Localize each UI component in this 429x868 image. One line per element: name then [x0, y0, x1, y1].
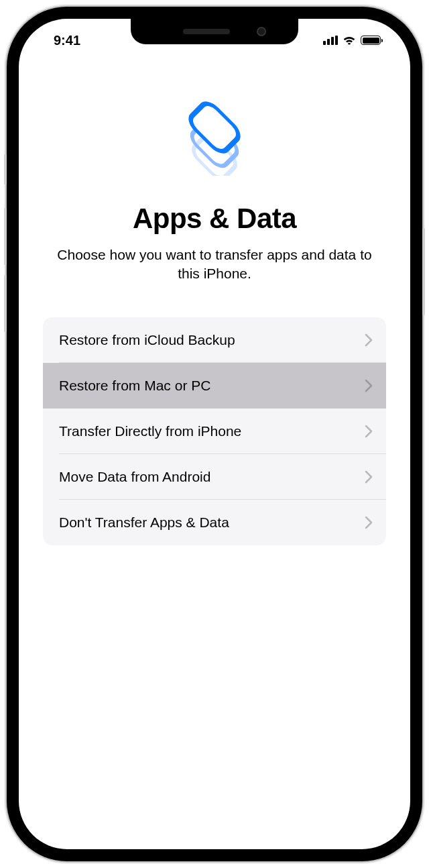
option-label: Move Data from Android [59, 469, 210, 485]
chevron-right-icon [365, 516, 373, 529]
wifi-icon [343, 36, 356, 45]
mute-switch [4, 154, 7, 184]
page-subtitle: Choose how you want to transfer apps and… [43, 246, 386, 284]
option-label: Restore from Mac or PC [59, 378, 210, 394]
front-camera [257, 27, 266, 36]
main-content: Apps & Data Choose how you want to trans… [19, 55, 410, 545]
chevron-right-icon [365, 379, 373, 392]
option-transfer-iphone[interactable]: Transfer Directly from iPhone [43, 409, 386, 454]
option-dont-transfer[interactable]: Don't Transfer Apps & Data [43, 500, 386, 545]
option-label: Restore from iCloud Backup [59, 332, 235, 348]
option-restore-mac-pc[interactable]: Restore from Mac or PC [43, 363, 386, 409]
apps-data-stack-icon [174, 95, 255, 176]
notch [131, 19, 298, 44]
speaker-grille [183, 29, 230, 34]
power-button [422, 228, 425, 315]
transfer-options-list: Restore from iCloud Backup Restore from … [43, 317, 386, 545]
cellular-signal-icon [323, 36, 338, 45]
screen: 9:41 [19, 19, 410, 849]
option-restore-icloud[interactable]: Restore from iCloud Backup [43, 317, 386, 363]
battery-icon [361, 36, 381, 45]
option-label: Don't Transfer Apps & Data [59, 514, 229, 531]
option-label: Transfer Directly from iPhone [59, 423, 241, 439]
status-icons [323, 36, 381, 45]
page-title: Apps & Data [43, 203, 386, 235]
chevron-right-icon [365, 470, 373, 484]
iphone-device-frame: 9:41 [7, 7, 422, 861]
option-move-android[interactable]: Move Data from Android [43, 454, 386, 500]
status-time: 9:41 [54, 33, 80, 48]
chevron-right-icon [365, 333, 373, 347]
volume-up-button [4, 208, 7, 265]
volume-down-button [4, 275, 7, 332]
chevron-right-icon [365, 425, 373, 438]
